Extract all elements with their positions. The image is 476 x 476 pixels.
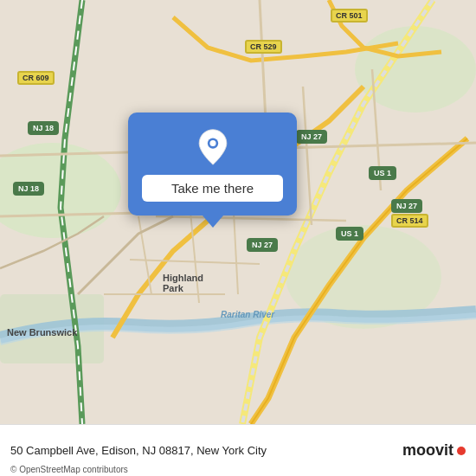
city-text: New York City <box>196 444 267 457</box>
address-text: 50 Campbell Ave, Edison, NJ 08817, <box>10 444 194 457</box>
attribution-text: © OpenStreetMap contributors <box>10 465 128 474</box>
address-container: 50 Campbell Ave, Edison, NJ 08817, New Y… <box>10 444 267 457</box>
moovit-logo: moovit <box>402 441 466 460</box>
svg-point-17 <box>209 140 215 146</box>
popup-card: Take me there <box>128 113 297 215</box>
take-me-there-button[interactable]: Take me there <box>142 175 283 202</box>
location-pin-icon <box>194 128 232 166</box>
address-line: 50 Campbell Ave, Edison, NJ 08817, New Y… <box>10 444 267 457</box>
bottom-bar: 50 Campbell Ave, Edison, NJ 08817, New Y… <box>0 424 476 476</box>
map-container: CR 501 CR 529 CR 609 NJ 18 NJ 18 NJ 27 N… <box>0 0 476 424</box>
moovit-text: moovit <box>402 441 453 460</box>
moovit-dot-icon <box>457 447 466 455</box>
